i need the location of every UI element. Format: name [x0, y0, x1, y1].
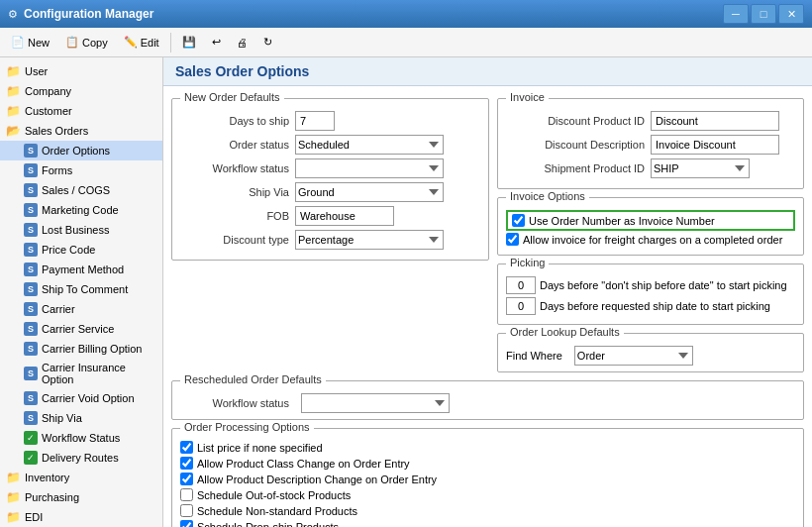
discount-type-select[interactable]: Percentage Fixed Amount	[295, 230, 444, 250]
discount-product-id-input[interactable]	[651, 111, 779, 131]
folder-icon: 📁	[6, 64, 21, 78]
sidebar-item-price-code[interactable]: S Price Code	[0, 240, 162, 260]
days-before-requested-label: Days before requested ship date to start…	[540, 300, 770, 312]
sidebar-item-user[interactable]: 📁 User	[0, 61, 162, 81]
sidebar-item-inventory[interactable]: 📁 Inventory	[0, 468, 162, 487]
schedule-nonstandard-checkbox[interactable]	[180, 504, 193, 517]
sidebar-item-workflow-status[interactable]: ✓ Workflow Status	[0, 428, 162, 448]
sidebar-item-sales-cogs[interactable]: S Sales / COGS	[0, 180, 162, 200]
back-button[interactable]: ↩	[205, 31, 228, 54]
discount-description-row: Discount Description	[506, 135, 795, 155]
schedule-dropship-row: Schedule Drop-ship Products	[180, 520, 795, 527]
allow-class-change-checkbox[interactable]	[180, 457, 193, 470]
blue-item-icon: S	[24, 203, 38, 217]
days-before-requested-input[interactable]	[506, 297, 536, 315]
folder-open-icon: 📂	[6, 124, 21, 138]
days-before-ship-input[interactable]	[506, 276, 536, 294]
find-where-select[interactable]: Order Customer Item	[574, 346, 693, 366]
blue-item-icon: S	[24, 263, 38, 276]
list-price-row: List price if none specified	[180, 441, 795, 454]
sidebar-item-carrier[interactable]: S Carrier	[0, 299, 162, 319]
days-to-ship-label: Days to ship	[180, 115, 289, 127]
copy-button[interactable]: 📋 Copy	[58, 31, 115, 54]
blue-item-icon: S	[24, 411, 38, 425]
print-icon: 🖨	[237, 37, 248, 49]
folder-icon: 📁	[6, 84, 21, 98]
shipment-product-id-select[interactable]: SHIP SHIP2 FREIGHT	[651, 158, 750, 178]
fob-input[interactable]	[295, 206, 394, 226]
sidebar-item-ship-via[interactable]: S Ship Via	[0, 408, 162, 428]
days-to-ship-input[interactable]	[295, 111, 335, 131]
allow-invoice-freight-checkbox[interactable]	[506, 233, 519, 246]
title-bar: ⚙ Configuration Manager ─ □ ✕	[0, 0, 812, 28]
discount-product-id-row: Discount Product ID	[506, 111, 795, 131]
save-button[interactable]: 💾	[175, 31, 203, 54]
sidebar-item-order-options[interactable]: S Order Options	[0, 141, 162, 160]
discount-description-input[interactable]	[651, 135, 779, 155]
app-icon: ⚙	[8, 8, 18, 21]
order-processing-title: Order Processing Options	[180, 421, 314, 433]
invoice-options-title: Invoice Options	[506, 190, 589, 202]
sidebar-item-carrier-void[interactable]: S Carrier Void Option	[0, 388, 162, 408]
fob-label: FOB	[180, 210, 289, 222]
order-status-row: Order status Scheduled Open On Hold	[180, 135, 480, 155]
sidebar-item-carrier-service[interactable]: S Carrier Service	[0, 319, 162, 339]
sidebar-item-edi[interactable]: 📁 EDI	[0, 507, 162, 527]
allow-desc-change-row: Allow Product Description Change on Orde…	[180, 473, 795, 485]
sidebar-item-payment-method[interactable]: S Payment Method	[0, 260, 162, 279]
allow-invoice-freight-row: Allow invoice for freight charges on a c…	[506, 233, 795, 246]
refresh-button[interactable]: ↻	[256, 31, 279, 54]
new-button[interactable]: 📄 New	[4, 31, 56, 54]
rescheduled-order-defaults-section: Rescheduled Order Defaults Workflow stat…	[171, 380, 804, 420]
print-button[interactable]: 🖨	[230, 31, 254, 54]
sidebar-item-sales-orders[interactable]: 📂 Sales Orders	[0, 121, 162, 141]
sidebar-item-forms[interactable]: S Forms	[0, 160, 162, 180]
schedule-dropship-checkbox[interactable]	[180, 520, 193, 527]
sidebar-item-carrier-billing[interactable]: S Carrier Billing Option	[0, 339, 162, 359]
sidebar-item-customer[interactable]: 📁 Customer	[0, 101, 162, 121]
minimize-button[interactable]: ─	[723, 4, 749, 24]
sidebar-item-delivery-routes[interactable]: ✓ Delivery Routes	[0, 448, 162, 468]
blue-item-icon: S	[24, 223, 38, 237]
find-where-label: Find Where	[506, 350, 562, 362]
blue-item-icon: S	[24, 282, 38, 296]
close-button[interactable]: ✕	[778, 4, 804, 24]
schedule-out-of-stock-checkbox[interactable]	[180, 488, 193, 501]
app-title: Configuration Manager	[24, 7, 723, 21]
back-icon: ↩	[212, 36, 221, 49]
workflow-status-row: Workflow status	[180, 158, 480, 178]
sidebar-item-ship-to-comment[interactable]: S Ship To Comment	[0, 279, 162, 299]
edit-icon: ✏️	[124, 36, 138, 49]
ship-via-select[interactable]: Ground Air	[295, 182, 444, 202]
folder-icon: 📁	[6, 104, 21, 118]
new-order-defaults-title: New Order Defaults	[180, 91, 284, 103]
use-order-number-checkbox[interactable]	[512, 214, 525, 227]
allow-desc-change-checkbox[interactable]	[180, 473, 193, 485]
use-order-number-label: Use Order Number as Invoice Number	[529, 215, 715, 227]
picking-title: Picking	[506, 257, 549, 268]
blue-item-icon: S	[24, 391, 38, 405]
copy-icon: 📋	[65, 36, 79, 49]
sidebar-item-carrier-insurance[interactable]: S Carrier Insurance Option	[0, 359, 162, 388]
restore-button[interactable]: □	[751, 4, 776, 24]
blue-item-icon: S	[24, 302, 38, 316]
workflow-status-select[interactable]	[295, 158, 444, 178]
order-status-select[interactable]: Scheduled Open On Hold	[295, 135, 444, 155]
ship-via-label: Ship Via	[180, 186, 289, 198]
content-area: Sales Order Options New Order Defaults D…	[163, 57, 812, 527]
sidebar-item-lost-business[interactable]: S Lost Business	[0, 220, 162, 240]
sidebar-item-marketing-code[interactable]: S Marketing Code	[0, 200, 162, 220]
fob-row: FOB	[180, 206, 480, 226]
order-status-label: Order status	[180, 139, 289, 151]
sidebar: 📁 User 📁 Company 📁 Customer 📂 Sales Orde…	[0, 57, 163, 527]
blue-item-icon: S	[24, 144, 38, 158]
list-price-checkbox[interactable]	[180, 441, 193, 454]
workflow-status-label: Workflow status	[180, 162, 289, 174]
folder-icon: 📁	[6, 471, 21, 484]
blue-item-icon: S	[24, 322, 38, 336]
sidebar-item-purchasing[interactable]: 📁 Purchasing	[0, 487, 162, 507]
schedule-out-of-stock-row: Schedule Out-of-stock Products	[180, 488, 795, 501]
rescheduled-workflow-select[interactable]	[301, 393, 450, 413]
edit-button[interactable]: ✏️ Edit	[117, 31, 166, 54]
sidebar-item-company[interactable]: 📁 Company	[0, 81, 162, 101]
